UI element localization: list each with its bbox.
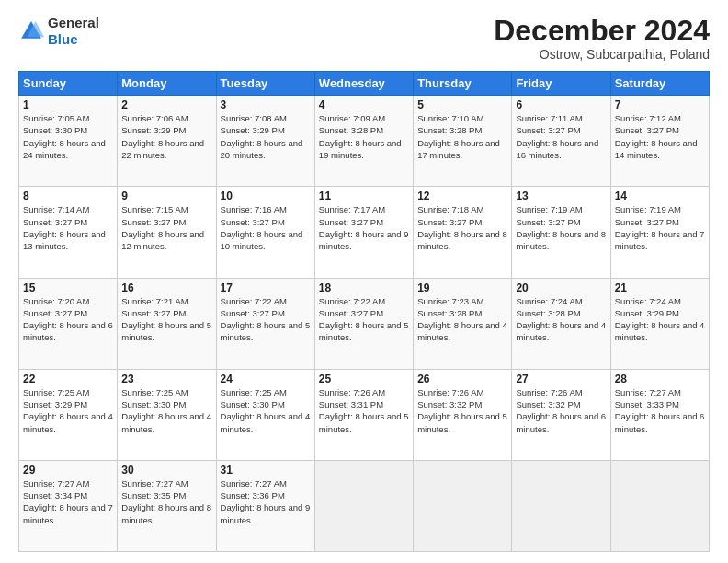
day-info: Sunrise: 7:27 AMSunset: 3:36 PMDaylight:… <box>221 478 311 525</box>
day-number: 29 <box>23 464 113 477</box>
day-number: 25 <box>319 373 409 385</box>
day-number: 8 <box>23 190 113 202</box>
day-number: 7 <box>615 98 705 111</box>
day-info: Sunrise: 7:05 AMSunset: 3:30 PMDaylight:… <box>23 113 106 160</box>
day-info: Sunrise: 7:10 AMSunset: 3:28 PMDaylight:… <box>417 113 500 160</box>
calendar-cell: 8 Sunrise: 7:14 AMSunset: 3:27 PMDayligh… <box>19 187 118 278</box>
day-number: 9 <box>121 190 211 202</box>
calendar-cell <box>414 460 512 551</box>
day-info: Sunrise: 7:27 AMSunset: 3:35 PMDaylight:… <box>121 478 211 525</box>
calendar-cell: 6 Sunrise: 7:11 AMSunset: 3:27 PMDayligh… <box>512 96 610 187</box>
day-number: 1 <box>23 98 113 111</box>
calendar-cell: 3 Sunrise: 7:08 AMSunset: 3:29 PMDayligh… <box>216 96 314 187</box>
day-info: Sunrise: 7:06 AMSunset: 3:29 PMDaylight:… <box>121 113 204 160</box>
day-number: 20 <box>516 282 606 294</box>
logo-icon <box>18 18 44 44</box>
calendar-day-header: Monday <box>118 72 216 96</box>
logo: General Blue <box>18 15 99 48</box>
calendar-cell: 13 Sunrise: 7:19 AMSunset: 3:27 PMDaylig… <box>512 187 610 278</box>
calendar-cell <box>314 460 413 551</box>
day-info: Sunrise: 7:26 AMSunset: 3:32 PMDaylight:… <box>516 387 606 434</box>
calendar-cell: 18 Sunrise: 7:22 AMSunset: 3:27 PMDaylig… <box>314 278 413 369</box>
header: General Blue December 2024 Ostrow, Subca… <box>18 15 710 62</box>
calendar-cell: 5 Sunrise: 7:10 AMSunset: 3:28 PMDayligh… <box>414 96 512 187</box>
day-number: 11 <box>319 190 409 202</box>
day-number: 10 <box>221 190 311 202</box>
day-info: Sunrise: 7:19 AMSunset: 3:27 PMDaylight:… <box>615 204 705 251</box>
logo-text: General Blue <box>48 15 99 48</box>
day-info: Sunrise: 7:23 AMSunset: 3:28 PMDaylight:… <box>417 296 507 343</box>
day-number: 24 <box>221 373 311 385</box>
day-info: Sunrise: 7:25 AMSunset: 3:30 PMDaylight:… <box>221 387 311 434</box>
day-info: Sunrise: 7:17 AMSunset: 3:27 PMDaylight:… <box>319 204 409 251</box>
day-info: Sunrise: 7:20 AMSunset: 3:27 PMDaylight:… <box>23 296 113 343</box>
calendar-cell: 31 Sunrise: 7:27 AMSunset: 3:36 PMDaylig… <box>216 460 314 551</box>
day-number: 31 <box>221 464 311 477</box>
calendar-week-row: 22 Sunrise: 7:25 AMSunset: 3:29 PMDaylig… <box>19 369 710 460</box>
calendar-cell: 14 Sunrise: 7:19 AMSunset: 3:27 PMDaylig… <box>610 187 709 278</box>
day-number: 6 <box>516 98 606 111</box>
day-info: Sunrise: 7:21 AMSunset: 3:27 PMDaylight:… <box>121 296 211 343</box>
day-number: 30 <box>121 464 211 477</box>
day-number: 27 <box>516 373 606 385</box>
day-info: Sunrise: 7:09 AMSunset: 3:28 PMDaylight:… <box>319 113 402 160</box>
day-info: Sunrise: 7:26 AMSunset: 3:32 PMDaylight:… <box>417 387 507 434</box>
calendar-cell: 19 Sunrise: 7:23 AMSunset: 3:28 PMDaylig… <box>414 278 512 369</box>
calendar-cell <box>610 460 709 551</box>
calendar-cell: 7 Sunrise: 7:12 AMSunset: 3:27 PMDayligh… <box>610 96 709 187</box>
day-info: Sunrise: 7:24 AMSunset: 3:29 PMDaylight:… <box>615 296 705 343</box>
day-info: Sunrise: 7:25 AMSunset: 3:29 PMDaylight:… <box>23 387 113 434</box>
day-info: Sunrise: 7:19 AMSunset: 3:27 PMDaylight:… <box>516 204 606 251</box>
day-number: 2 <box>121 98 211 111</box>
calendar-cell: 2 Sunrise: 7:06 AMSunset: 3:29 PMDayligh… <box>118 96 216 187</box>
day-info: Sunrise: 7:16 AMSunset: 3:27 PMDaylight:… <box>221 204 303 251</box>
calendar-day-header: Saturday <box>610 72 709 96</box>
title-block: December 2024 Ostrow, Subcarpathia, Pola… <box>494 15 710 62</box>
day-number: 12 <box>417 190 507 202</box>
day-number: 13 <box>516 190 606 202</box>
calendar-day-header: Friday <box>512 72 610 96</box>
calendar-cell: 29 Sunrise: 7:27 AMSunset: 3:34 PMDaylig… <box>19 460 118 551</box>
day-number: 19 <box>417 282 507 294</box>
day-info: Sunrise: 7:18 AMSunset: 3:27 PMDaylight:… <box>417 204 507 251</box>
calendar-table: SundayMondayTuesdayWednesdayThursdayFrid… <box>18 71 710 552</box>
day-info: Sunrise: 7:14 AMSunset: 3:27 PMDaylight:… <box>23 204 106 251</box>
calendar-cell: 15 Sunrise: 7:20 AMSunset: 3:27 PMDaylig… <box>19 278 118 369</box>
day-info: Sunrise: 7:15 AMSunset: 3:27 PMDaylight:… <box>121 204 204 251</box>
calendar-cell: 9 Sunrise: 7:15 AMSunset: 3:27 PMDayligh… <box>118 187 216 278</box>
day-number: 4 <box>319 98 409 111</box>
day-info: Sunrise: 7:11 AMSunset: 3:27 PMDaylight:… <box>516 113 598 160</box>
day-info: Sunrise: 7:26 AMSunset: 3:31 PMDaylight:… <box>319 387 409 434</box>
calendar-day-header: Wednesday <box>314 72 413 96</box>
calendar-cell: 16 Sunrise: 7:21 AMSunset: 3:27 PMDaylig… <box>118 278 216 369</box>
calendar-cell: 4 Sunrise: 7:09 AMSunset: 3:28 PMDayligh… <box>314 96 413 187</box>
calendar-cell: 25 Sunrise: 7:26 AMSunset: 3:31 PMDaylig… <box>314 369 413 460</box>
day-number: 3 <box>221 98 311 111</box>
calendar-week-row: 29 Sunrise: 7:27 AMSunset: 3:34 PMDaylig… <box>19 460 710 551</box>
calendar-cell: 21 Sunrise: 7:24 AMSunset: 3:29 PMDaylig… <box>610 278 709 369</box>
day-number: 23 <box>121 373 211 385</box>
calendar-cell: 24 Sunrise: 7:25 AMSunset: 3:30 PMDaylig… <box>216 369 314 460</box>
calendar-cell: 10 Sunrise: 7:16 AMSunset: 3:27 PMDaylig… <box>216 187 314 278</box>
calendar-day-header: Thursday <box>414 72 512 96</box>
calendar-week-row: 1 Sunrise: 7:05 AMSunset: 3:30 PMDayligh… <box>19 96 710 187</box>
calendar-cell: 30 Sunrise: 7:27 AMSunset: 3:35 PMDaylig… <box>118 460 216 551</box>
day-number: 18 <box>319 282 409 294</box>
calendar-cell: 27 Sunrise: 7:26 AMSunset: 3:32 PMDaylig… <box>512 369 610 460</box>
day-info: Sunrise: 7:25 AMSunset: 3:30 PMDaylight:… <box>121 387 211 434</box>
logo-blue: Blue <box>48 31 99 48</box>
calendar-cell: 26 Sunrise: 7:26 AMSunset: 3:32 PMDaylig… <box>414 369 512 460</box>
day-number: 17 <box>221 282 311 294</box>
day-info: Sunrise: 7:27 AMSunset: 3:34 PMDaylight:… <box>23 478 113 525</box>
calendar-cell <box>512 460 610 551</box>
calendar-cell: 23 Sunrise: 7:25 AMSunset: 3:30 PMDaylig… <box>118 369 216 460</box>
calendar-cell: 12 Sunrise: 7:18 AMSunset: 3:27 PMDaylig… <box>414 187 512 278</box>
calendar-cell: 22 Sunrise: 7:25 AMSunset: 3:29 PMDaylig… <box>19 369 118 460</box>
day-number: 15 <box>23 282 113 294</box>
day-info: Sunrise: 7:22 AMSunset: 3:27 PMDaylight:… <box>221 296 311 343</box>
calendar-day-header: Tuesday <box>216 72 314 96</box>
main-title: December 2024 <box>494 15 710 47</box>
calendar-cell: 17 Sunrise: 7:22 AMSunset: 3:27 PMDaylig… <box>216 278 314 369</box>
day-info: Sunrise: 7:24 AMSunset: 3:28 PMDaylight:… <box>516 296 606 343</box>
calendar-week-row: 15 Sunrise: 7:20 AMSunset: 3:27 PMDaylig… <box>19 278 710 369</box>
